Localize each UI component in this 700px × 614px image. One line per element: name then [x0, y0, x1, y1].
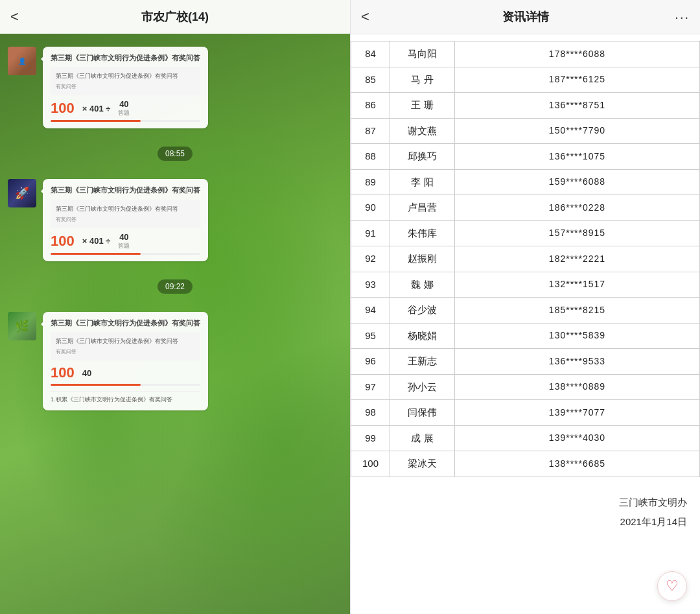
table-row: 95杨晓娟130****5839: [351, 323, 700, 349]
avatar-person-image: 👤: [8, 47, 36, 75]
table-cell-phone: 150****7790: [455, 118, 700, 144]
table-cell-num: 87: [351, 118, 390, 144]
left-title: 市农广校(14): [141, 9, 209, 25]
table-cell-phone: 159****6088: [455, 169, 700, 195]
avatar-nature-image: 🌿: [8, 312, 36, 340]
msg-progress-bar-3: [51, 384, 200, 386]
message-bubble-1[interactable]: 第三期《三门峡市文明行为促进条例》有奖问答 第三期《三门峡市文明行为促进条例》有…: [43, 47, 208, 128]
table-cell-phone: 130****5839: [455, 323, 700, 349]
table-row: 88邱换巧136****1075: [351, 144, 700, 170]
table-row: 84马向阳178****6088: [351, 41, 700, 67]
table-cell-phone: 186****0228: [455, 195, 700, 221]
table-cell-num: 95: [351, 323, 390, 349]
footer-text: 三门峡市文明办 2021年1月14日: [351, 477, 700, 539]
table-cell-name: 魏 娜: [390, 272, 455, 298]
left-panel: < 市农广校(14) 👤 第三期《三门峡市文明行为促进条例》有奖问答 第三期《三…: [0, 0, 350, 614]
stat-label-2: 答题: [118, 109, 130, 117]
table-row: 90卢昌营186****0228: [351, 195, 700, 221]
right-title: 资讯详情: [502, 9, 549, 25]
msg-progress-fill-2: [51, 253, 141, 255]
message-bubble-3[interactable]: 第三期《三门峡市文明行为促进条例》有奖问答 第三期《三门峡市文明行为促进条例》有…: [43, 312, 208, 410]
msg-stats-1: 100 × 401 ÷ 40 答题: [51, 99, 200, 117]
msg-progress-bar-1: [51, 120, 200, 122]
right-more-button[interactable]: ···: [675, 10, 690, 25]
chat-background: 👤 第三期《三门峡市文明行为促进条例》有奖问答 第三期《三门峡市文明行为促进条例…: [0, 34, 350, 614]
msg-stat-item-5: 40: [82, 368, 91, 378]
table-row: 89李 阳159****6088: [351, 169, 700, 195]
msg-progress-fill-3: [51, 384, 141, 386]
msg-progress-bar-2: [51, 253, 200, 255]
stat-num-2: 40: [119, 99, 128, 109]
table-row: 100梁冰天138****6685: [351, 451, 700, 477]
table-cell-phone: 182****2221: [455, 246, 700, 272]
table-cell-name: 谢文燕: [390, 118, 455, 144]
table-cell-num: 91: [351, 220, 390, 246]
table-row: 92赵振刚182****2221: [351, 246, 700, 272]
chat-messages-container: 👤 第三期《三门峡市文明行为促进条例》有奖问答 第三期《三门峡市文明行为促进条例…: [0, 34, 350, 614]
time-badge-2: 09:22: [158, 279, 192, 294]
msg-card-subtitle-3: 第三期《三门峡市文明行为促进条例》有奖问答: [56, 337, 195, 346]
table-cell-name: 马 丹: [390, 67, 455, 93]
table-cell-num: 98: [351, 400, 390, 426]
table-cell-num: 92: [351, 246, 390, 272]
left-header: < 市农广校(14): [0, 0, 350, 34]
like-button[interactable]: ♡: [657, 571, 687, 601]
content-area[interactable]: 84马向阳178****608885马 丹187****612586王 珊136…: [351, 34, 700, 546]
msg-stat-item-1: × 401 ÷: [82, 104, 111, 113]
table-cell-num: 100: [351, 451, 390, 477]
msg-title-1: 第三期《三门峡市文明行为促进条例》有奖问答: [51, 53, 200, 63]
right-back-button[interactable]: <: [361, 8, 369, 25]
table-cell-num: 89: [351, 169, 390, 195]
avatar-space-image: 🚀: [8, 179, 36, 207]
table-cell-name: 梁冰天: [390, 451, 455, 477]
msg-preview-3: 第三期《三门峡市文明行为促进条例》有奖问答 有奖问答: [51, 332, 200, 360]
table-cell-name: 赵振刚: [390, 246, 455, 272]
data-table: 84马向阳178****608885马 丹187****612586王 珊136…: [351, 41, 700, 477]
footer-date: 2021年1月14日: [364, 512, 687, 532]
stat-num-3: × 401 ÷: [82, 236, 111, 246]
msg-stat-item-4: 40 答题: [118, 232, 130, 250]
table-row: 86王 珊136****8751: [351, 93, 700, 119]
time-badge-1: 08:55: [158, 147, 192, 161]
left-back-button[interactable]: <: [10, 8, 19, 25]
table-row: 99成 展139****4030: [351, 425, 700, 451]
right-header: < 资讯详情 ···: [351, 0, 700, 34]
table-cell-name: 王新志: [390, 349, 455, 375]
table-cell-phone: 185****8215: [455, 298, 700, 324]
msg-card-detail-2: 有奖问答: [56, 216, 195, 223]
table-cell-name: 孙小云: [390, 374, 455, 400]
table-row: 96王新志136****9533: [351, 349, 700, 375]
table-row: 87谢文燕150****7790: [351, 118, 700, 144]
table-cell-name: 邱换巧: [390, 144, 455, 170]
footer-org: 三门峡市文明办: [364, 493, 687, 512]
msg-card-detail-3: 有奖问答: [56, 348, 195, 355]
msg-card-subtitle-2: 第三期《三门峡市文明行为促进条例》有奖问答: [56, 205, 195, 213]
msg-score-1: 100: [51, 100, 75, 117]
avatar-2: 🚀: [8, 179, 36, 207]
table-cell-phone: 136****9533: [455, 349, 700, 375]
table-cell-phone: 132****1517: [455, 272, 700, 298]
table-cell-num: 96: [351, 349, 390, 375]
msg-title-2: 第三期《三门峡市文明行为促进条例》有奖问答: [51, 185, 200, 195]
table-cell-name: 闫保伟: [390, 400, 455, 426]
table-cell-num: 99: [351, 425, 390, 451]
table-cell-num: 84: [351, 41, 390, 67]
table-cell-name: 朱伟库: [390, 220, 455, 246]
table-cell-num: 85: [351, 67, 390, 93]
chat-item-2: 🚀 第三期《三门峡市文明行为促进条例》有奖问答 第三期《三门峡市文明行为促进条例…: [8, 179, 342, 261]
msg-title-3: 第三期《三门峡市文明行为促进条例》有奖问答: [51, 318, 200, 328]
right-panel: < 资讯详情 ··· 84马向阳178****608885马 丹187****6…: [350, 0, 700, 614]
msg-preview-1: 第三期《三门峡市文明行为促进条例》有奖问答 有奖问答: [51, 67, 200, 95]
table-cell-name: 卢昌营: [390, 195, 455, 221]
table-cell-phone: 157****8915: [455, 220, 700, 246]
table-row: 97孙小云138****0889: [351, 374, 700, 400]
chat-item-3: 🌿 第三期《三门峡市文明行为促进条例》有奖问答 第三期《三门峡市文明行为促进条例…: [8, 312, 342, 410]
table-cell-name: 杨晓娟: [390, 323, 455, 349]
msg-stats-2: 100 × 401 ÷ 40 答题: [51, 232, 200, 250]
table-cell-name: 谷少波: [390, 298, 455, 324]
table-row: 91朱伟库157****8915: [351, 220, 700, 246]
message-bubble-2[interactable]: 第三期《三门峡市文明行为促进条例》有奖问答 第三期《三门峡市文明行为促进条例》有…: [43, 179, 208, 261]
table-cell-phone: 138****0889: [455, 374, 700, 400]
msg-stat-item-2: 40 答题: [118, 99, 130, 117]
table-cell-num: 86: [351, 93, 390, 119]
